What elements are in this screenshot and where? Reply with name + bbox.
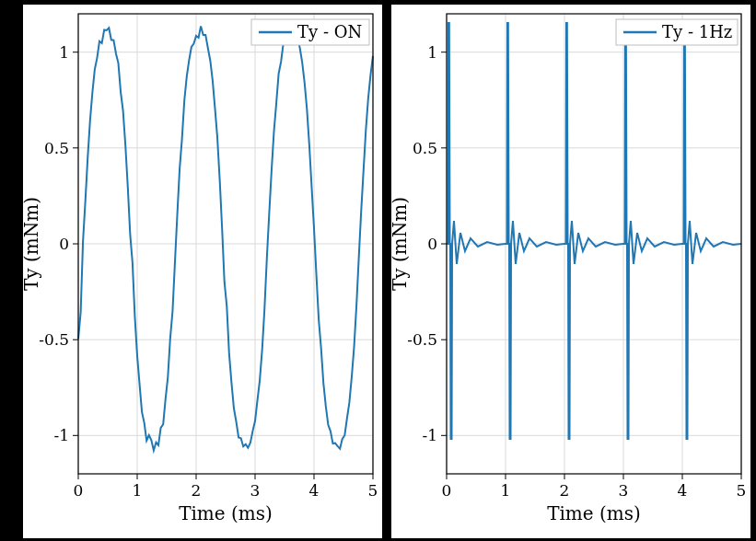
svg-text:5: 5 [737,481,747,500]
svg-text:0.5: 0.5 [44,139,69,157]
left-series-ty-on [78,26,373,450]
svg-text:5: 5 [368,481,378,500]
svg-text:-0.5: -0.5 [407,330,437,349]
right-series-ty-1hz [447,23,741,439]
left-xticklabels: 0 1 2 3 4 5 [74,481,378,500]
svg-text:0: 0 [442,481,452,500]
left-chart: 0 1 2 3 4 5 -1 -0.5 0 0.5 1 Time (ms) Ty… [23,5,382,538]
right-yticklabels: -1 -0.5 0 0.5 1 [407,43,437,444]
right-xlabel: Time (ms) [547,502,641,524]
svg-text:1: 1 [427,43,437,62]
svg-text:1: 1 [133,481,143,500]
svg-text:0: 0 [427,235,437,253]
svg-text:0: 0 [59,235,69,253]
svg-text:3: 3 [619,481,629,500]
svg-text:Ty - 1Hz: Ty - 1Hz [662,22,732,41]
svg-text:1: 1 [59,43,69,62]
svg-text:4: 4 [309,481,320,500]
svg-text:1: 1 [501,481,511,500]
svg-text:Ty - ON: Ty - ON [297,22,362,41]
left-ylabel: Ty (mNm) [23,197,42,291]
left-grid [78,14,373,474]
left-yticklabels: -1 -0.5 0 0.5 1 [39,43,69,444]
svg-text:2: 2 [192,481,202,500]
right-ticks [441,52,741,479]
svg-text:0.5: 0.5 [413,139,437,157]
svg-text:-1: -1 [422,426,437,444]
svg-text:-1: -1 [53,426,69,444]
left-legend: Ty - ON [251,19,369,45]
right-chart: 0 1 2 3 4 5 -1 -0.5 0 0.5 1 Time (ms) Ty… [391,5,750,538]
svg-text:3: 3 [250,481,261,500]
svg-text:0: 0 [74,481,84,500]
figure-root: { "chart_data": [ { "type": "line", "ser… [0,0,756,541]
right-ylabel: Ty (mNm) [391,197,411,291]
svg-text:2: 2 [560,481,570,500]
right-xticklabels: 0 1 2 3 4 5 [442,481,747,500]
right-legend: Ty - 1Hz [616,19,738,45]
svg-text:4: 4 [678,481,688,500]
left-xlabel: Time (ms) [179,502,273,524]
svg-text:-0.5: -0.5 [39,330,69,349]
